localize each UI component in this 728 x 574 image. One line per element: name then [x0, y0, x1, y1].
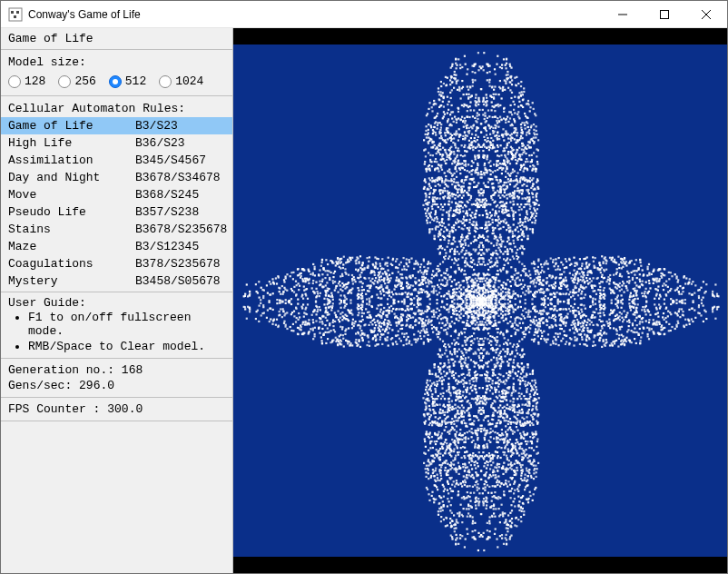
svg-rect-1071 [512, 386, 514, 388]
rule-stains[interactable]: Stains B3678/S235678 [1, 221, 232, 238]
svg-rect-5454 [351, 323, 353, 325]
radio-1024[interactable]: 1024 [159, 74, 203, 88]
svg-rect-1341 [505, 208, 507, 210]
svg-rect-7207 [483, 287, 485, 289]
svg-rect-4065 [464, 55, 466, 57]
svg-rect-2310 [464, 169, 466, 171]
svg-rect-157 [442, 261, 444, 262]
svg-rect-6469 [685, 277, 687, 279]
svg-rect-6096 [312, 274, 314, 276]
svg-rect-685 [468, 227, 470, 229]
svg-rect-223 [507, 348, 508, 350]
svg-rect-6597 [716, 295, 718, 297]
svg-rect-807 [522, 380, 524, 381]
svg-rect-2312 [464, 432, 466, 434]
svg-rect-1002 [476, 222, 477, 223]
svg-rect-5432 [361, 337, 363, 339]
radio-128[interactable]: 128 [8, 74, 45, 88]
svg-rect-772 [531, 380, 533, 381]
svg-rect-2608 [516, 450, 517, 452]
svg-rect-4505 [547, 268, 549, 270]
svg-rect-6958 [489, 288, 491, 290]
svg-rect-4366 [428, 267, 429, 269]
svg-rect-3048 [480, 470, 482, 471]
svg-rect-3797 [518, 92, 520, 94]
svg-rect-3529 [533, 108, 535, 110]
svg-rect-3798 [442, 92, 444, 94]
minimize-button[interactable] [602, 1, 644, 28]
svg-rect-2438 [519, 155, 521, 157]
svg-rect-7556 [446, 298, 448, 300]
svg-rect-250 [466, 250, 467, 252]
svg-rect-2155 [520, 425, 522, 427]
svg-rect-2617 [482, 156, 484, 158]
svg-rect-2171 [490, 436, 492, 438]
svg-rect-344 [500, 351, 502, 352]
svg-rect-2149 [519, 169, 521, 171]
rule-day-and-night[interactable]: Day and Night B3678/S34678 [1, 169, 232, 186]
svg-rect-5251 [591, 285, 593, 287]
svg-rect-4503 [544, 299, 546, 301]
svg-rect-587 [512, 365, 514, 367]
maximize-button[interactable] [644, 1, 685, 28]
rule-mystery[interactable]: Mystery B3458/S05678 [1, 272, 232, 290]
svg-rect-5046 [379, 291, 381, 292]
rule-game-of-life[interactable]: Game of Life B3/S23 [1, 117, 232, 134]
svg-rect-1695 [478, 407, 480, 409]
svg-rect-6298 [301, 323, 303, 325]
svg-rect-7368 [446, 283, 448, 285]
svg-rect-379 [478, 357, 480, 359]
svg-rect-4162 [441, 322, 443, 324]
svg-rect-6917 [477, 277, 479, 279]
sidebar-heading: Game of Life [1, 28, 232, 47]
svg-rect-6091 [642, 317, 644, 319]
svg-rect-3734 [483, 97, 485, 99]
svg-rect-6313 [670, 303, 672, 305]
svg-rect-7436 [410, 284, 412, 286]
rule-pseudo-life[interactable]: Pseudo Life B357/S238 [1, 203, 232, 221]
rule-high-life[interactable]: High Life B36/S23 [1, 134, 232, 152]
svg-rect-742 [509, 226, 511, 228]
svg-rect-2979 [457, 462, 459, 464]
svg-rect-3732 [522, 502, 524, 504]
simulation-canvas[interactable] [233, 45, 727, 557]
rule-assimilation[interactable]: Assimilation B345/S4567 [1, 152, 232, 169]
rule-move[interactable]: Move B368/S245 [1, 186, 232, 203]
svg-rect-5592 [346, 298, 348, 300]
rule-coagulations[interactable]: Coagulations B378/S235678 [1, 255, 232, 272]
svg-rect-7461 [555, 320, 556, 322]
svg-rect-3965 [501, 67, 503, 69]
svg-rect-3876 [457, 512, 458, 514]
svg-rect-2998 [483, 136, 485, 138]
svg-rect-4038 [501, 64, 503, 65]
svg-rect-4208 [436, 272, 438, 274]
svg-rect-1394 [460, 205, 462, 207]
svg-rect-384 [516, 352, 518, 354]
svg-rect-125 [489, 262, 491, 263]
close-button[interactable] [685, 1, 727, 28]
svg-rect-2664 [457, 454, 459, 456]
radio-256[interactable]: 256 [58, 74, 95, 88]
svg-rect-259 [441, 354, 443, 356]
svg-rect-6309 [669, 290, 671, 292]
svg-rect-2241 [476, 172, 477, 173]
svg-rect-862 [519, 222, 521, 223]
svg-rect-5483 [614, 259, 615, 261]
radio-512[interactable]: 512 [109, 74, 146, 88]
svg-rect-3120 [441, 464, 443, 466]
svg-rect-3037 [464, 138, 466, 140]
svg-rect-2632 [457, 447, 458, 449]
svg-rect-749 [429, 228, 431, 230]
svg-rect-2267 [467, 438, 469, 440]
svg-rect-5171 [591, 280, 593, 282]
svg-rect-563 [438, 366, 439, 368]
svg-rect-5950 [325, 332, 327, 333]
svg-rect-776 [446, 373, 448, 375]
rule-maze[interactable]: Maze B3/S12345 [1, 238, 232, 255]
svg-rect-5742 [342, 286, 344, 288]
svg-rect-3654 [475, 104, 477, 105]
svg-rect-2247 [429, 431, 431, 433]
svg-rect-4717 [560, 285, 562, 287]
svg-rect-7513 [539, 325, 541, 327]
svg-rect-1279 [520, 398, 522, 400]
